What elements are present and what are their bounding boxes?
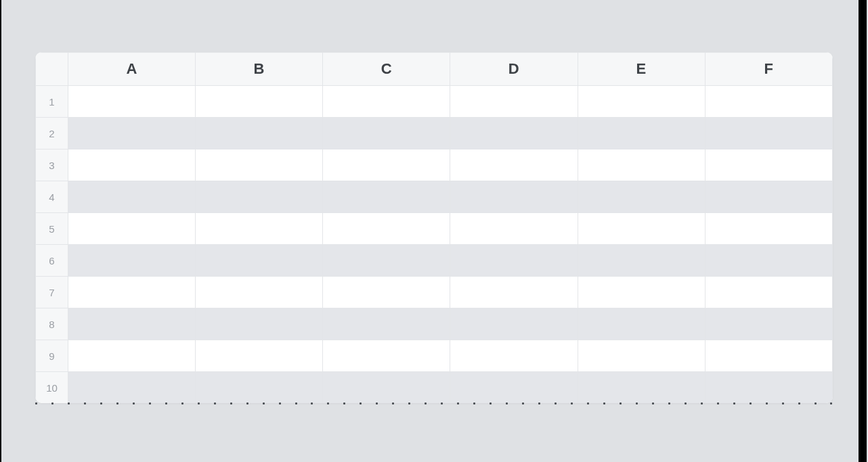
row-8: 8 bbox=[36, 308, 833, 340]
row-header-3[interactable]: 3 bbox=[36, 149, 68, 181]
cell-C5[interactable] bbox=[323, 213, 450, 245]
cell-B4[interactable] bbox=[196, 181, 323, 213]
cell-D3[interactable] bbox=[450, 149, 578, 181]
row-9: 9 bbox=[36, 340, 833, 372]
cell-C3[interactable] bbox=[323, 149, 450, 181]
cell-E6[interactable] bbox=[578, 245, 705, 277]
window-border-right bbox=[859, 0, 867, 462]
cell-C10[interactable] bbox=[323, 372, 450, 404]
cell-A2[interactable] bbox=[68, 118, 196, 149]
cell-B10[interactable] bbox=[196, 372, 323, 404]
col-header-A[interactable]: A bbox=[68, 53, 196, 86]
window-border-left bbox=[0, 0, 1, 462]
row-header-10[interactable]: 10 bbox=[36, 372, 68, 404]
cell-B8[interactable] bbox=[196, 308, 323, 340]
cell-E2[interactable] bbox=[578, 118, 705, 149]
cell-C9[interactable] bbox=[323, 340, 450, 372]
cell-B7[interactable] bbox=[196, 277, 323, 308]
cell-E10[interactable] bbox=[578, 372, 705, 404]
cell-A9[interactable] bbox=[68, 340, 196, 372]
cell-A7[interactable] bbox=[68, 277, 196, 308]
cell-D1[interactable] bbox=[450, 86, 578, 118]
cell-C8[interactable] bbox=[323, 308, 450, 340]
cell-C2[interactable] bbox=[323, 118, 450, 149]
cell-F10[interactable] bbox=[705, 372, 832, 404]
cell-F4[interactable] bbox=[705, 181, 832, 213]
cell-D5[interactable] bbox=[450, 213, 578, 245]
row-header-5[interactable]: 5 bbox=[36, 213, 68, 245]
cell-E1[interactable] bbox=[578, 86, 705, 118]
cell-E8[interactable] bbox=[578, 308, 705, 340]
spreadsheet-container: A B C D E F 1 2 bbox=[35, 52, 833, 403]
row-header-8[interactable]: 8 bbox=[36, 308, 68, 340]
cell-A1[interactable] bbox=[68, 86, 196, 118]
cell-E7[interactable] bbox=[578, 277, 705, 308]
col-header-C[interactable]: C bbox=[323, 53, 450, 86]
cell-C1[interactable] bbox=[323, 86, 450, 118]
row-6: 6 bbox=[36, 245, 833, 277]
cell-F9[interactable] bbox=[705, 340, 832, 372]
row-3: 3 bbox=[36, 149, 833, 181]
cell-A6[interactable] bbox=[68, 245, 196, 277]
cell-D4[interactable] bbox=[450, 181, 578, 213]
cell-E9[interactable] bbox=[578, 340, 705, 372]
row-2: 2 bbox=[36, 118, 833, 149]
column-header-row: A B C D E F bbox=[36, 53, 833, 86]
cell-D2[interactable] bbox=[450, 118, 578, 149]
spreadsheet-table: A B C D E F 1 2 bbox=[35, 52, 833, 403]
cell-D9[interactable] bbox=[450, 340, 578, 372]
cell-F1[interactable] bbox=[705, 86, 832, 118]
row-5: 5 bbox=[36, 213, 833, 245]
cell-E3[interactable] bbox=[578, 149, 705, 181]
col-header-F[interactable]: F bbox=[705, 53, 832, 86]
cell-B1[interactable] bbox=[196, 86, 323, 118]
cell-F2[interactable] bbox=[705, 118, 832, 149]
cell-B9[interactable] bbox=[196, 340, 323, 372]
cell-A10[interactable] bbox=[68, 372, 196, 404]
row-header-4[interactable]: 4 bbox=[36, 181, 68, 213]
cell-E5[interactable] bbox=[578, 213, 705, 245]
col-header-D[interactable]: D bbox=[450, 53, 578, 86]
cell-A5[interactable] bbox=[68, 213, 196, 245]
cell-B2[interactable] bbox=[196, 118, 323, 149]
cell-A8[interactable] bbox=[68, 308, 196, 340]
cell-C4[interactable] bbox=[323, 181, 450, 213]
cell-B6[interactable] bbox=[196, 245, 323, 277]
cell-B5[interactable] bbox=[196, 213, 323, 245]
cell-C7[interactable] bbox=[323, 277, 450, 308]
row-header-2[interactable]: 2 bbox=[36, 118, 68, 149]
cell-D7[interactable] bbox=[450, 277, 578, 308]
row-header-7[interactable]: 7 bbox=[36, 277, 68, 308]
row-1: 1 bbox=[36, 86, 833, 118]
cell-F3[interactable] bbox=[705, 149, 832, 181]
row-10: 10 bbox=[36, 372, 833, 404]
row-header-9[interactable]: 9 bbox=[36, 340, 68, 372]
cell-A4[interactable] bbox=[68, 181, 196, 213]
cell-B3[interactable] bbox=[196, 149, 323, 181]
row-4: 4 bbox=[36, 181, 833, 213]
cell-D6[interactable] bbox=[450, 245, 578, 277]
corner-cell[interactable] bbox=[36, 53, 68, 86]
cell-F5[interactable] bbox=[705, 213, 832, 245]
cell-F8[interactable] bbox=[705, 308, 832, 340]
cell-F7[interactable] bbox=[705, 277, 832, 308]
col-header-B[interactable]: B bbox=[196, 53, 323, 86]
cell-F6[interactable] bbox=[705, 245, 832, 277]
row-7: 7 bbox=[36, 277, 833, 308]
cell-D10[interactable] bbox=[450, 372, 578, 404]
col-header-E[interactable]: E bbox=[578, 53, 705, 86]
cell-E4[interactable] bbox=[578, 181, 705, 213]
row-header-1[interactable]: 1 bbox=[36, 86, 68, 118]
cell-A3[interactable] bbox=[68, 149, 196, 181]
cell-D8[interactable] bbox=[450, 308, 578, 340]
cell-C6[interactable] bbox=[323, 245, 450, 277]
row-header-6[interactable]: 6 bbox=[36, 245, 68, 277]
